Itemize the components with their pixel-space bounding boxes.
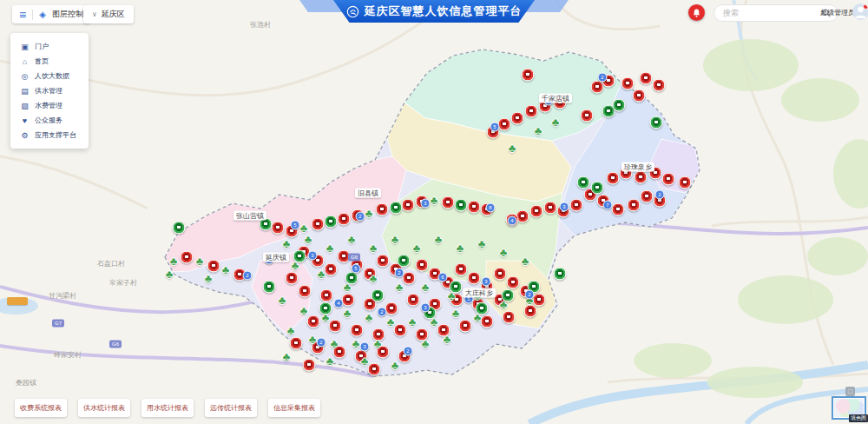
- marker-green-station[interactable]: [577, 176, 590, 189]
- marker-village-cluster[interactable]: ♣: [170, 255, 178, 267]
- marker-green-station[interactable]: [455, 199, 468, 212]
- marker-village-cluster[interactable]: ♣: [283, 351, 291, 362]
- marker-red-station[interactable]: [628, 199, 641, 212]
- marker-red-station[interactable]: [307, 315, 320, 328]
- marker-village-cluster[interactable]: ♣: [431, 195, 438, 206]
- report-button-usage[interactable]: 用水统计报表: [141, 399, 194, 417]
- marker-red-station[interactable]: [524, 305, 537, 318]
- marker-red-station[interactable]: [525, 105, 538, 118]
- marker-village-cluster[interactable]: ♣: [344, 308, 352, 319]
- marker-village-cluster[interactable]: ♣: [300, 305, 308, 316]
- search-input[interactable]: [721, 8, 819, 18]
- marker-red-station[interactable]: [351, 324, 364, 337]
- marker-red-station[interactable]: [662, 173, 675, 186]
- marker-red-station[interactable]: [342, 294, 355, 307]
- marker-count-badge[interactable]: 2: [655, 190, 665, 200]
- marker-red-station[interactable]: [481, 315, 494, 328]
- marker-red-station[interactable]: [286, 272, 299, 285]
- marker-red-station[interactable]: [544, 202, 557, 215]
- marker-village-cluster[interactable]: ♣: [431, 316, 438, 328]
- marker-red-station[interactable]: [459, 320, 472, 333]
- marker-village-cluster[interactable]: ♣: [305, 234, 312, 245]
- marker-village-cluster[interactable]: ♣: [292, 260, 299, 271]
- alarm-button[interactable]: [688, 4, 705, 21]
- marker-red-station[interactable]: [325, 263, 338, 276]
- sidebar-item-home[interactable]: ⌂ 首页: [10, 54, 89, 69]
- marker-village-cluster[interactable]: ♣: [205, 273, 213, 284]
- marker-village-cluster[interactable]: ♣: [422, 338, 430, 349]
- report-button-billing[interactable]: 收费系统报表: [15, 399, 67, 417]
- marker-village-cluster[interactable]: ♣: [326, 242, 334, 254]
- marker-count-badge[interactable]: 2: [598, 73, 608, 83]
- marker-red-station[interactable]: [507, 276, 520, 289]
- marker-village-cluster[interactable]: ♣: [344, 282, 352, 293]
- marker-village-cluster[interactable]: ♣: [352, 338, 360, 349]
- marker-red-station[interactable]: [530, 205, 543, 218]
- marker-green-station[interactable]: [398, 255, 411, 268]
- marker-village-cluster[interactable]: ♣: [326, 355, 334, 367]
- marker-count-badge[interactable]: 2: [378, 308, 387, 317]
- sidebar-item-portal[interactable]: ▣ 门户: [10, 39, 89, 54]
- marker-village-cluster[interactable]: ♣: [309, 334, 317, 345]
- marker-red-station[interactable]: [303, 359, 316, 372]
- report-button-telemetry[interactable]: 远传统计报表: [205, 399, 257, 417]
- marker-village-cluster[interactable]: ♣: [196, 255, 204, 267]
- marker-red-station[interactable]: [498, 118, 511, 131]
- marker-green-station[interactable]: [390, 202, 403, 215]
- marker-village-cluster[interactable]: ♣: [374, 338, 382, 349]
- marker-red-station[interactable]: [653, 79, 666, 92]
- marker-red-station[interactable]: [468, 272, 481, 285]
- marker-village-cluster[interactable]: ♣: [413, 242, 421, 254]
- marker-red-station[interactable]: [416, 259, 429, 272]
- marker-red-station[interactable]: [329, 320, 342, 333]
- marker-village-cluster[interactable]: ♣: [166, 268, 174, 280]
- marker-village-cluster[interactable]: ♣: [535, 125, 542, 136]
- marker-red-station[interactable]: [320, 289, 333, 302]
- marker-red-station[interactable]: [494, 268, 507, 281]
- marker-count-badge[interactable]: 3: [482, 277, 491, 287]
- marker-red-station[interactable]: [394, 324, 407, 337]
- marker-village-cluster[interactable]: ♣: [478, 238, 486, 249]
- marker-red-station[interactable]: [607, 172, 620, 185]
- marker-village-cluster[interactable]: ♣: [322, 312, 330, 323]
- marker-red-station[interactable]: [385, 302, 398, 315]
- region-selector[interactable]: ∨ 延庆区: [83, 5, 134, 23]
- marker-village-cluster[interactable]: ♣: [500, 299, 508, 310]
- marker-red-station[interactable]: [570, 199, 583, 212]
- marker-village-cluster[interactable]: ♣: [500, 247, 508, 258]
- sidebar-item-app-platform[interactable]: ⚙ 应用支撑平台: [10, 128, 89, 142]
- sidebar-item-bigdata[interactable]: ◎ 人饮大数据: [10, 69, 89, 83]
- marker-red-station[interactable]: [679, 176, 692, 189]
- marker-red-station[interactable]: [468, 201, 481, 214]
- marker-red-station[interactable]: [522, 69, 535, 82]
- marker-red-station[interactable]: [402, 199, 415, 212]
- marker-count-badge[interactable]: 3: [421, 199, 431, 209]
- marker-village-cluster[interactable]: ♣: [318, 268, 326, 280]
- marker-village-cluster[interactable]: ♣: [522, 255, 529, 267]
- marker-green-station[interactable]: [554, 268, 567, 281]
- sidebar-item-water-supply[interactable]: ▤ 供水管理: [10, 83, 89, 98]
- marker-red-station[interactable]: [455, 263, 468, 276]
- menu-hamburger-icon[interactable]: ≡: [19, 8, 26, 22]
- marker-green-station[interactable]: [173, 222, 186, 235]
- marker-red-station[interactable]: [581, 109, 594, 123]
- marker-red-station[interactable]: [511, 112, 524, 125]
- marker-village-cluster[interactable]: ♣: [365, 312, 373, 323]
- map-control-icon[interactable]: □: [845, 387, 855, 396]
- marker-red-station[interactable]: [338, 213, 351, 226]
- marker-village-cluster[interactable]: ♣: [474, 312, 482, 323]
- marker-count-badge[interactable]: 3: [308, 251, 318, 261]
- marker-red-station[interactable]: [533, 294, 546, 307]
- marker-green-station[interactable]: [263, 281, 276, 294]
- marker-count-badge[interactable]: 2: [404, 347, 413, 356]
- marker-red-station[interactable]: [181, 251, 194, 264]
- marker-village-cluster[interactable]: ♣: [457, 242, 464, 254]
- marker-village-cluster[interactable]: ♣: [448, 290, 456, 301]
- marker-village-cluster[interactable]: ♣: [422, 282, 430, 293]
- sidebar-item-public-service[interactable]: ♥ 公众服务: [10, 113, 89, 128]
- marker-village-cluster[interactable]: ♣: [222, 264, 230, 275]
- marker-green-station[interactable]: [613, 99, 626, 112]
- layer-control-button[interactable]: 图层控制: [52, 9, 83, 20]
- marker-red-station[interactable]: [612, 203, 625, 216]
- marker-count-badge[interactable]: 3: [421, 303, 431, 313]
